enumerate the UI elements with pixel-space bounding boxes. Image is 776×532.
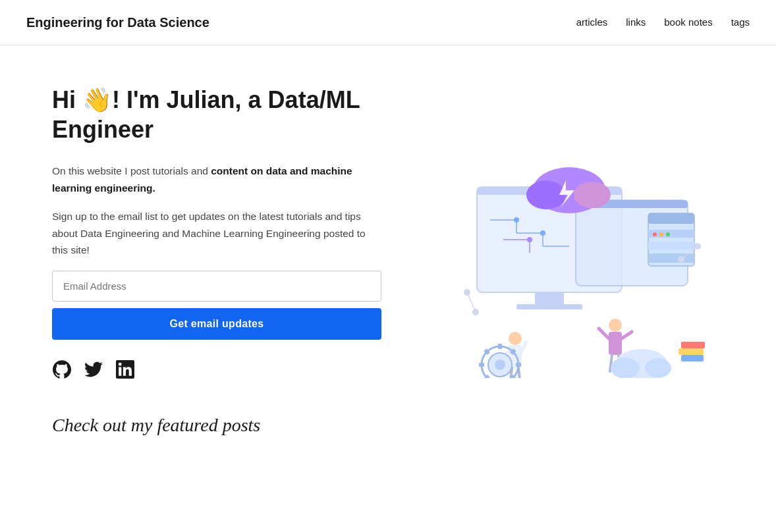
hero-illustration [424, 147, 707, 378]
nav-tags[interactable]: tags [731, 14, 750, 30]
svg-line-62 [467, 292, 476, 312]
svg-point-42 [495, 359, 505, 370]
svg-rect-9 [648, 242, 694, 250]
svg-rect-35 [609, 332, 622, 355]
svg-line-36 [599, 329, 609, 338]
featured-posts-heading: Check out my featured posts [52, 411, 381, 440]
svg-point-11 [653, 232, 657, 236]
svg-rect-7 [648, 213, 694, 224]
svg-point-25 [514, 217, 519, 223]
svg-line-37 [622, 332, 632, 338]
svg-rect-3 [516, 304, 582, 309]
left-panel: Hi 👋! I'm Julian, a Data/ML Engineer On … [52, 85, 381, 440]
nav-book-notes[interactable]: book notes [664, 14, 712, 30]
svg-line-31 [522, 342, 526, 352]
email-input[interactable] [52, 271, 381, 302]
svg-rect-45 [516, 363, 521, 367]
svg-point-34 [609, 319, 622, 332]
svg-rect-56 [681, 355, 704, 361]
right-panel-illustration [408, 144, 724, 381]
svg-point-52 [611, 358, 640, 378]
main-nav: articles links book notes tags [576, 14, 750, 30]
svg-rect-55 [679, 348, 704, 355]
twitter-icon[interactable] [84, 359, 103, 379]
svg-point-13 [666, 232, 670, 236]
svg-point-12 [659, 232, 663, 236]
svg-point-28 [509, 332, 522, 345]
hero-heading: Hi 👋! I'm Julian, a Data/ML Engineer [52, 85, 381, 144]
svg-rect-2 [535, 292, 564, 306]
svg-rect-43 [498, 344, 502, 349]
svg-rect-49 [479, 363, 484, 367]
svg-point-53 [645, 358, 671, 378]
nav-links[interactable]: links [626, 14, 646, 30]
description-primary: On this website I post tutorials and con… [52, 163, 381, 196]
site-title[interactable]: Engineering for Data Science [26, 12, 209, 33]
svg-point-26 [540, 230, 545, 236]
nav-articles[interactable]: articles [576, 14, 608, 30]
svg-point-27 [527, 237, 532, 242]
linkedin-icon[interactable] [115, 359, 135, 379]
social-icons-bar [52, 359, 381, 379]
svg-rect-54 [681, 342, 705, 348]
description-secondary: Sign up to the email list to get updates… [52, 208, 381, 259]
main-container: Hi 👋! I'm Julian, a Data/ML Engineer On … [26, 45, 750, 467]
svg-point-16 [574, 182, 611, 208]
github-icon[interactable] [52, 359, 72, 379]
get-email-updates-button[interactable]: Get email updates [52, 308, 381, 340]
